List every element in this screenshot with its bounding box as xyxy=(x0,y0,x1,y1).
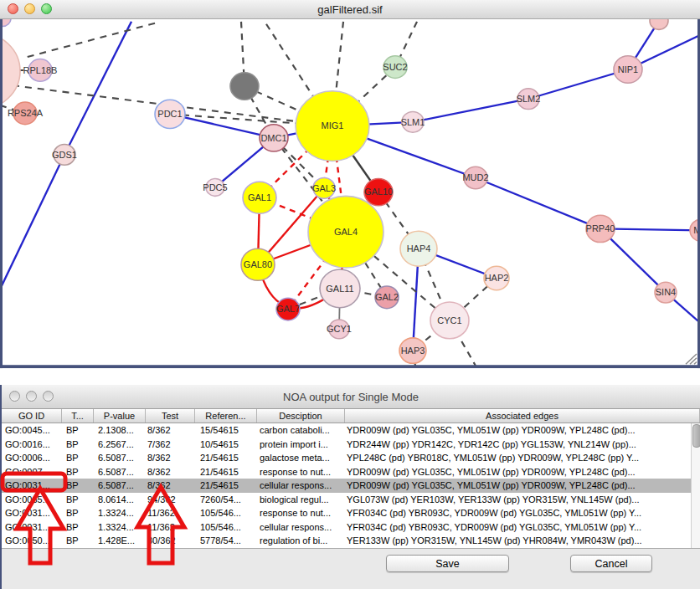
node-label-MIG1: MIG1 xyxy=(322,121,344,131)
table-cell: 105/546... xyxy=(195,506,257,520)
zoom-button[interactable] xyxy=(41,3,52,14)
edge-pp[interactable] xyxy=(64,22,131,155)
table-cell: 21/54615 xyxy=(195,465,257,479)
network-window-title: galFiltered.sif xyxy=(317,3,382,16)
node-label-SLM2: SLM2 xyxy=(517,94,541,104)
table-cell: 1.3324... xyxy=(94,520,146,535)
column-header[interactable]: P-value xyxy=(94,409,146,423)
resize-grip[interactable] xyxy=(686,354,697,364)
table-cell: 11/362 xyxy=(146,520,195,535)
table-cell: response to nut... xyxy=(257,506,345,520)
edge-pp[interactable] xyxy=(528,69,628,99)
table-cell: response to nut... xyxy=(257,465,345,479)
table-cell: 8.0614... xyxy=(94,493,146,507)
table-row[interactable]: GO:0016...BP6.2567...7/36210/54615protei… xyxy=(2,438,700,452)
node-label-RPL18B: RPL18B xyxy=(23,65,58,75)
minimize-button[interactable] xyxy=(24,3,35,14)
edge-pp[interactable] xyxy=(0,155,64,289)
table-cell: 105/546... xyxy=(195,520,257,535)
node-label-NIP1: NIP1 xyxy=(618,64,638,74)
table-cell: 80/362 xyxy=(146,534,195,548)
table-row[interactable]: GO:0031...BP1.3324...11/362105/546...res… xyxy=(2,506,700,520)
node-label-SUC2: SUC2 xyxy=(383,62,407,72)
node-label-HAP3: HAP3 xyxy=(401,346,425,356)
table-cell: BP xyxy=(62,479,94,493)
table-cell: BP xyxy=(62,423,94,438)
edge-pp[interactable] xyxy=(600,228,700,230)
edge-pp[interactable] xyxy=(413,99,528,122)
table-cell: GO:0016... xyxy=(2,438,62,452)
window-frame-bottom xyxy=(0,365,700,368)
node-label-MUD2: MUD2 xyxy=(462,173,488,183)
table-cell: 1.428E... xyxy=(94,534,146,548)
table-row[interactable]: GO:0031...BP6.5087...8/36221/54615cellul… xyxy=(2,479,700,493)
column-header[interactable]: Test xyxy=(146,409,195,423)
table-cell: 2.1308... xyxy=(94,423,146,438)
node-label-SLM1: SLM1 xyxy=(401,117,425,127)
table-row[interactable]: GO:0065...BP8.0614...94/3627260/54...bio… xyxy=(2,493,700,507)
node-large-left[interactable] xyxy=(0,33,20,109)
table-cell: 11/362 xyxy=(146,506,195,520)
table-cell: cellular respons... xyxy=(257,479,345,493)
zoom-button[interactable] xyxy=(43,391,54,402)
column-header[interactable]: GO ID xyxy=(2,409,62,423)
table-cell: biological regul... xyxy=(257,493,345,507)
cancel-button[interactable]: Cancel xyxy=(570,555,652,572)
table-cell: 8/362 xyxy=(146,465,195,479)
table-cell: YER133W (pp) YOR315W, YNL145W (pd) YHR08… xyxy=(345,534,700,548)
table-cell: BP xyxy=(62,451,94,465)
node-label-GAL10: GAL10 xyxy=(364,187,393,197)
node-gray-node[interactable] xyxy=(230,73,259,100)
node-label-GAL11: GAL11 xyxy=(326,284,353,294)
save-button[interactable]: Save xyxy=(386,555,509,572)
table-row[interactable]: GO:0006...BP6.5087...8/36221/54615galact… xyxy=(2,451,700,465)
column-header[interactable]: Referen... xyxy=(195,409,257,423)
table-cell: cellular respons... xyxy=(257,520,345,535)
scrollbar-thumb[interactable] xyxy=(692,424,700,448)
table-cell: GO:0007... xyxy=(2,465,62,479)
node-label-GAL1: GAL1 xyxy=(248,192,271,202)
node-label-CYC1: CYC1 xyxy=(437,315,461,325)
edge-pd[interactable] xyxy=(25,23,155,58)
table-cell: YDR009W (pd) YGL035C, YML051W (pp) YDR00… xyxy=(345,465,700,479)
table-cell: GO:0031... xyxy=(2,506,62,520)
table-cell: BP xyxy=(62,520,94,535)
table-header: GO IDT...P-valueTestReferen...Desciption… xyxy=(2,409,700,423)
node-label-DMC1: DMC1 xyxy=(260,133,286,143)
table-row[interactable]: GO:0031...BP1.3324...11/362105/546...cel… xyxy=(2,520,700,535)
noa-window-titlebar[interactable]: NOA output for Single Mode xyxy=(2,385,700,409)
node-label-GCY1: GCY1 xyxy=(327,324,352,334)
table-cell: 8/362 xyxy=(146,423,195,438)
table-cell: BP xyxy=(62,438,94,452)
table-row[interactable]: GO:0045...BP2.1308...8/36215/54615carbon… xyxy=(2,423,700,438)
table-cell: GO:0050... xyxy=(2,534,62,548)
network-window-titlebar[interactable]: galFiltered.sif xyxy=(0,0,700,19)
table-cell: 6.5087... xyxy=(94,465,146,479)
edge-pp[interactable] xyxy=(476,177,600,228)
node-label-PDC5: PDC5 xyxy=(203,182,227,192)
column-header[interactable]: Associated edges xyxy=(345,409,700,423)
minimize-button[interactable] xyxy=(26,391,37,402)
table-cell: 94/362 xyxy=(146,493,195,507)
node-label-GDS1: GDS1 xyxy=(52,150,77,160)
table-body: GO:0045...BP2.1308...8/36215/54615carbon… xyxy=(2,423,700,548)
network-canvas[interactable]: RPL18BRPS24AGDS1PDC1DMC1MIG1PDC5SUC2SLM1… xyxy=(0,19,700,386)
table-cell: 21/54615 xyxy=(195,479,257,493)
table-cell: 10/54615 xyxy=(195,438,257,452)
table-cell: 15/54615 xyxy=(195,423,257,438)
table-row[interactable]: GO:0007...BP6.5087...8/36221/54615respon… xyxy=(2,465,700,479)
close-button[interactable] xyxy=(8,3,18,14)
node-top-partial[interactable] xyxy=(650,19,668,29)
column-header[interactable]: T... xyxy=(62,409,94,423)
table-cell: 1.3324... xyxy=(94,506,146,520)
table-cell: BP xyxy=(62,506,94,520)
column-header[interactable]: Desciption xyxy=(257,409,345,423)
noa-window-title: NOA output for Single Mode xyxy=(283,391,419,403)
table-cell: GO:0045... xyxy=(2,423,62,438)
table-cell: 5778/54... xyxy=(195,534,257,548)
table-cell: YDR009W (pd) YGL035C, YML051W (pp) YDR00… xyxy=(345,423,700,438)
close-button[interactable] xyxy=(9,391,20,402)
traffic-lights xyxy=(8,3,52,14)
table-row[interactable]: GO:0050...BP1.428E...80/3625778/54...reg… xyxy=(2,534,700,548)
vertical-scrollbar[interactable] xyxy=(691,423,700,548)
